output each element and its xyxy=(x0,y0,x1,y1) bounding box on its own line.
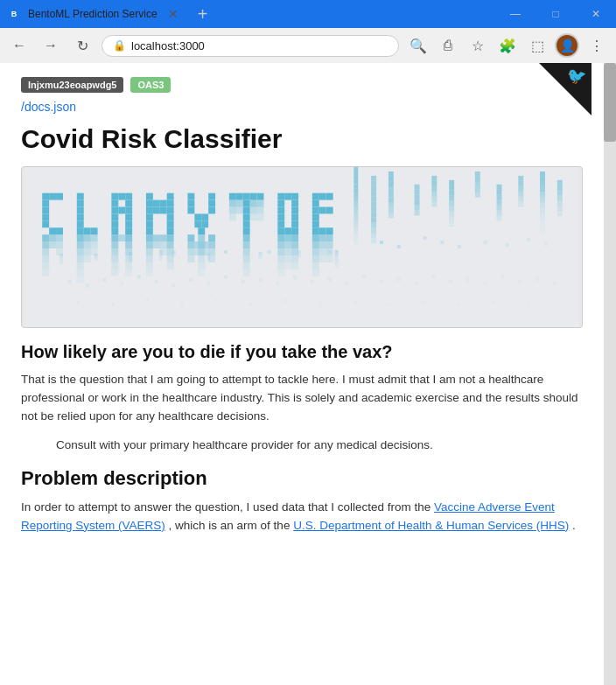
svg-rect-64 xyxy=(111,255,118,262)
blockquote-text: Consult with your primary healthcare pro… xyxy=(56,437,583,455)
svg-rect-285 xyxy=(540,223,545,228)
svg-rect-35 xyxy=(77,248,84,255)
user-avatar[interactable]: 👤 xyxy=(555,33,579,58)
close-button[interactable]: ✕ xyxy=(576,0,616,28)
svg-rect-246 xyxy=(431,197,437,202)
share-icon[interactable]: ⎙ xyxy=(436,33,460,58)
svg-rect-387 xyxy=(423,301,425,304)
svg-rect-373 xyxy=(501,276,505,279)
menu-icon[interactable]: ⋮ xyxy=(584,33,609,58)
svg-rect-9 xyxy=(56,227,63,234)
tab-close-button[interactable]: ✕ xyxy=(164,7,182,21)
svg-rect-100 xyxy=(160,241,167,248)
minimize-button[interactable]: — xyxy=(495,0,536,28)
svg-rect-379 xyxy=(146,298,149,301)
svg-rect-78 xyxy=(160,207,167,214)
svg-rect-58 xyxy=(125,234,132,241)
svg-rect-82 xyxy=(146,220,153,227)
forward-button[interactable]: → xyxy=(38,33,63,58)
svg-rect-382 xyxy=(250,303,253,305)
svg-rect-386 xyxy=(388,303,391,305)
svg-rect-361 xyxy=(293,276,297,279)
svg-rect-138 xyxy=(243,213,250,220)
svg-rect-292 xyxy=(557,206,563,212)
address-text: localhost:3000 xyxy=(131,39,205,52)
svg-rect-37 xyxy=(77,262,84,269)
svg-rect-225 xyxy=(371,233,376,238)
svg-rect-232 xyxy=(388,198,394,203)
svg-rect-219 xyxy=(371,202,376,207)
svg-rect-80 xyxy=(146,213,153,220)
svg-rect-359 xyxy=(259,278,262,282)
svg-rect-375 xyxy=(536,278,539,282)
svg-rect-124 xyxy=(198,269,205,276)
svg-rect-150 xyxy=(243,269,250,276)
svg-rect-204 xyxy=(319,241,326,248)
svg-rect-321 xyxy=(60,254,63,257)
svg-rect-205 xyxy=(326,241,333,248)
bookmark-icon[interactable]: ☆ xyxy=(466,33,490,58)
badge-id: Injxmu23eoapwdg5 xyxy=(21,77,123,93)
svg-rect-331 xyxy=(159,257,163,261)
svg-rect-168 xyxy=(291,220,298,227)
svg-rect-17 xyxy=(42,269,49,276)
svg-rect-329 xyxy=(159,250,163,254)
svg-rect-71 xyxy=(167,193,174,200)
svg-rect-316 xyxy=(458,245,461,248)
back-button[interactable]: ← xyxy=(7,33,32,58)
scrollbar-thumb[interactable] xyxy=(604,63,616,142)
svg-rect-258 xyxy=(475,177,480,182)
svg-rect-154 xyxy=(257,207,264,214)
svg-rect-88 xyxy=(153,234,160,241)
svg-rect-223 xyxy=(371,222,376,227)
maximize-button[interactable]: □ xyxy=(536,0,576,28)
svg-rect-97 xyxy=(146,262,153,269)
svg-rect-51 xyxy=(111,213,118,220)
svg-rect-137 xyxy=(243,207,250,214)
toolbar-icons: 🔍 ⎙ ☆ 🧩 ⬚ 👤 ⋮ xyxy=(406,33,609,58)
svg-rect-185 xyxy=(284,255,291,262)
docs-link[interactable]: /docs.json xyxy=(21,100,583,114)
svg-rect-302 xyxy=(354,202,358,206)
svg-rect-175 xyxy=(277,241,284,248)
svg-rect-189 xyxy=(319,193,326,200)
svg-rect-314 xyxy=(423,236,426,240)
svg-rect-29 xyxy=(77,234,84,241)
scrollbar[interactable] xyxy=(604,63,616,685)
svg-rect-26 xyxy=(77,227,84,234)
svg-rect-135 xyxy=(257,193,264,200)
svg-rect-267 xyxy=(497,210,502,215)
svg-rect-215 xyxy=(371,181,376,186)
svg-rect-236 xyxy=(415,185,420,190)
extensions-icon[interactable]: 🧩 xyxy=(495,33,520,58)
svg-rect-162 xyxy=(291,200,298,207)
svg-rect-343 xyxy=(335,250,339,254)
svg-rect-278 xyxy=(540,187,545,192)
svg-rect-12 xyxy=(42,241,49,248)
title-bar: B BentoML Prediction Service ✕ + — □ ✕ xyxy=(0,0,616,28)
svg-rect-340 xyxy=(298,250,301,254)
svg-rect-104 xyxy=(187,200,194,207)
svg-rect-214 xyxy=(371,176,376,181)
svg-rect-179 xyxy=(291,248,298,255)
address-bar[interactable]: 🔒 localhost:3000 xyxy=(102,35,399,57)
svg-rect-86 xyxy=(146,234,153,241)
cast-icon[interactable]: ⬚ xyxy=(525,33,550,58)
svg-rect-257 xyxy=(475,171,480,177)
svg-rect-368 xyxy=(415,282,418,285)
svg-rect-212 xyxy=(326,255,333,262)
refresh-button[interactable]: ↻ xyxy=(70,33,94,58)
new-tab-button[interactable]: + xyxy=(189,0,217,28)
svg-rect-50 xyxy=(125,207,132,214)
svg-rect-286 xyxy=(540,228,545,234)
svg-rect-259 xyxy=(475,182,480,187)
hhs-link[interactable]: U.S. Department of Health & Human Servic… xyxy=(293,519,569,532)
svg-rect-62 xyxy=(111,248,118,255)
svg-rect-310 xyxy=(354,236,358,241)
problem-para-mid: , which is an arm of the xyxy=(169,519,294,532)
zoom-icon[interactable]: 🔍 xyxy=(406,33,430,58)
svg-rect-238 xyxy=(415,195,420,200)
svg-rect-339 xyxy=(267,250,270,254)
svg-rect-306 xyxy=(354,219,358,223)
svg-rect-166 xyxy=(291,213,298,220)
